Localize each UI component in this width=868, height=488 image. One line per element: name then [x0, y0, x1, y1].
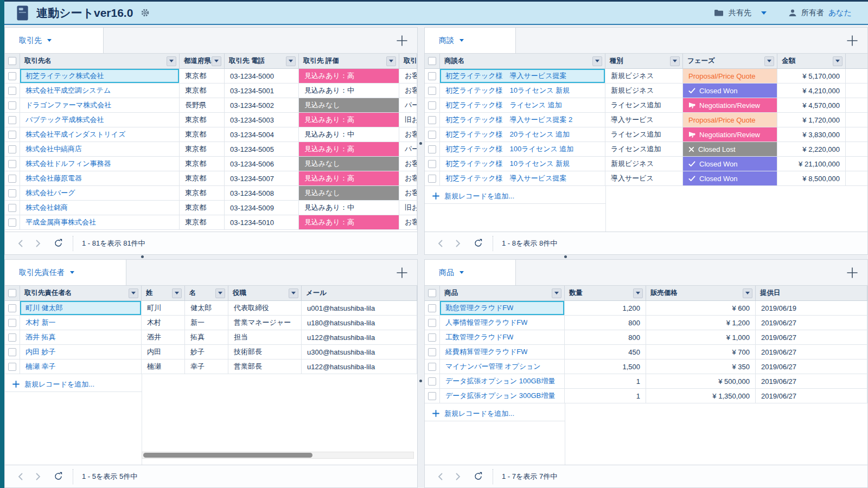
cell-first-name[interactable]: 妙子 [185, 345, 228, 359]
cell-name[interactable]: 木村 新一 [20, 316, 142, 330]
cell-first-name[interactable]: 幸子 [185, 359, 228, 374]
cell-rating[interactable]: 見込みあり：中 [299, 127, 399, 142]
add-record-link[interactable]: 新規レコードを追加... [5, 377, 142, 392]
cell-phone[interactable]: 03-1234-5005 [225, 142, 299, 156]
record-link[interactable]: 株式会社平成空調システム [25, 86, 111, 95]
cell-price[interactable]: ¥ 700 [646, 345, 756, 359]
row-checkbox[interactable] [8, 116, 16, 124]
filter-button-prefecture[interactable] [212, 56, 221, 66]
cell-quantity[interactable]: 450 [565, 345, 646, 359]
cell-rating-badge[interactable]: 見込みあり：高 [299, 171, 399, 185]
cell-name[interactable]: 初芝ライテック様 導入サービス提案 [440, 171, 605, 185]
tab-accounts[interactable]: 取引先 [5, 28, 104, 53]
cell-name[interactable]: 初芝ライテック株式会社 [20, 69, 180, 83]
cell-name[interactable]: 初芝ライテック様 100ライセンス 追加 [440, 142, 605, 156]
cell-name[interactable]: 株式会社平成空調システム [20, 84, 180, 98]
cell-name[interactable]: 株式会社銘商 [20, 201, 180, 215]
cell-title[interactable]: 代表取締役 [228, 301, 302, 315]
cell-amount[interactable]: ¥ 5,170,000 [777, 69, 846, 83]
cell-product[interactable]: 経費精算管理クラウドFW [440, 345, 565, 359]
share-menu[interactable]: 共有先 [714, 8, 767, 18]
cell-title[interactable]: 営業部長 [228, 359, 302, 374]
record-link[interactable]: 株式会社藤原電器 [25, 174, 82, 183]
cell-rating[interactable]: 見込みあり：中 [299, 84, 399, 98]
add-record-link[interactable]: 新規レコードを追加... [425, 406, 565, 421]
record-link[interactable]: バブテック平成株式会社 [25, 115, 104, 125]
cell-date[interactable]: 2019/06/27 [756, 359, 867, 374]
next-page-button[interactable] [456, 240, 461, 247]
filter-button-title[interactable] [289, 288, 298, 298]
cell-type[interactable]: ライセンス追加 [605, 127, 683, 142]
row-checkbox[interactable] [428, 363, 436, 371]
cell-email[interactable]: u180@hatsushiba-lila [302, 316, 417, 330]
row-checkbox[interactable] [428, 175, 436, 183]
column-header-phone[interactable]: 取引先 電話 [225, 54, 299, 68]
cell-name[interactable]: 初芝ライテック様 10ライセンス 新規 [440, 84, 605, 98]
cell-type[interactable]: パート [399, 142, 417, 156]
cell-phase-badge[interactable]: Negotiation/Review [683, 98, 777, 112]
record-link[interactable]: 勤怠管理クラウドFW [445, 303, 513, 313]
row-checkbox[interactable] [8, 189, 16, 197]
panel-resize-handle[interactable] [419, 380, 422, 382]
cell-email[interactable]: u122@hatsushiba-lila [302, 330, 417, 344]
tab-products[interactable]: 商品 [425, 260, 516, 285]
cell-prefecture[interactable]: 東京都 [180, 171, 225, 185]
cell-quantity[interactable]: 1,500 [565, 359, 646, 374]
cell-type[interactable]: ライセンス追加 [605, 98, 683, 112]
panel-resize-handle[interactable] [141, 255, 144, 258]
cell-email[interactable]: u122@hatsushiba-lila [302, 359, 417, 374]
cell-phase-badge[interactable]: Negotiation/Review [683, 127, 777, 142]
filter-button-price[interactable] [743, 288, 752, 298]
row-checkbox[interactable] [428, 131, 436, 139]
row-checkbox[interactable] [8, 333, 16, 342]
cell-phase-badge[interactable]: Closed Lost [683, 142, 777, 156]
column-header-email[interactable]: メール [302, 286, 417, 300]
record-link[interactable]: 初芝ライテック様 20ライセンス 追加 [445, 130, 570, 139]
cell-date[interactable]: 2019/06/27 [756, 345, 867, 359]
record-link[interactable]: 酒井 拓真 [25, 332, 56, 342]
record-link[interactable]: 木村 新一 [25, 318, 56, 328]
cell-phase-badge[interactable]: Proposal/Price Quote [683, 113, 777, 127]
column-header-type[interactable]: 取引先 [399, 54, 417, 68]
column-header-title[interactable]: 役職 [228, 286, 302, 300]
cell-first-name[interactable]: 拓真 [185, 330, 228, 344]
tab-opportunities[interactable]: 商談 [425, 28, 516, 53]
row-checkbox[interactable] [428, 145, 436, 153]
cell-phone[interactable]: 03-1234-5007 [225, 171, 299, 185]
tab-contacts[interactable]: 取引先責任者 [5, 260, 126, 285]
add-record-link[interactable]: 新規レコードを追加... [425, 189, 605, 204]
cell-phase-badge[interactable]: Closed Won [683, 84, 777, 98]
cell-name[interactable]: 初芝ライテック様 導入サービス提案 2 [440, 113, 605, 127]
cell-date[interactable]: 2019/06/27 [756, 389, 867, 403]
cell-price[interactable]: ¥ 500,000 [646, 374, 756, 388]
cell-amount[interactable]: ¥ 8,500,000 [777, 171, 846, 185]
cell-name[interactable]: バブテック平成株式会社 [20, 113, 180, 127]
record-link[interactable]: 株式会社銘商 [25, 203, 68, 213]
select-all-checkbox[interactable] [428, 57, 436, 65]
cell-name[interactable]: 平成金属商事株式会社 [20, 215, 180, 229]
cell-title[interactable]: 担当 [228, 330, 302, 344]
cell-phone[interactable]: 03-1234-5001 [225, 84, 299, 98]
record-link[interactable]: 人事情報管理クラウドFW [445, 318, 527, 328]
cell-name[interactable]: 初芝ライテック様 ライセンス 追加 [440, 98, 605, 112]
record-link[interactable]: 初芝ライテック様 ライセンス 追加 [445, 100, 562, 110]
cell-price[interactable]: ¥ 350 [646, 359, 756, 374]
record-link[interactable]: ドラゴンファーマ株式会社 [25, 100, 111, 110]
filter-button-type[interactable] [670, 56, 680, 66]
cell-type[interactable]: パート [399, 98, 417, 112]
record-link[interactable]: 初芝ライテック様 導入サービス提案 [445, 71, 566, 81]
cell-last-name[interactable]: 木村 [142, 316, 185, 330]
cell-type[interactable]: 新規ビジネス [605, 157, 683, 171]
cell-price[interactable]: ¥ 600 [646, 301, 756, 315]
cell-type[interactable]: お客様 [399, 84, 417, 98]
column-header-name[interactable]: 商談名 [440, 54, 605, 68]
record-link[interactable]: 株式会社ドルフィン事務器 [25, 159, 111, 169]
cell-prefecture[interactable]: 東京都 [180, 127, 225, 142]
column-header-name[interactable]: 取引先名 [20, 54, 180, 68]
column-header-phase[interactable]: フェーズ [683, 54, 777, 68]
row-checkbox[interactable] [8, 72, 16, 80]
filter-button-first-name[interactable] [215, 288, 225, 298]
cell-rating-badge[interactable]: 見込みあり：高 [299, 69, 399, 83]
add-sheet-button[interactable] [395, 266, 409, 279]
record-link[interactable]: 楠瀬 幸子 [25, 362, 56, 371]
